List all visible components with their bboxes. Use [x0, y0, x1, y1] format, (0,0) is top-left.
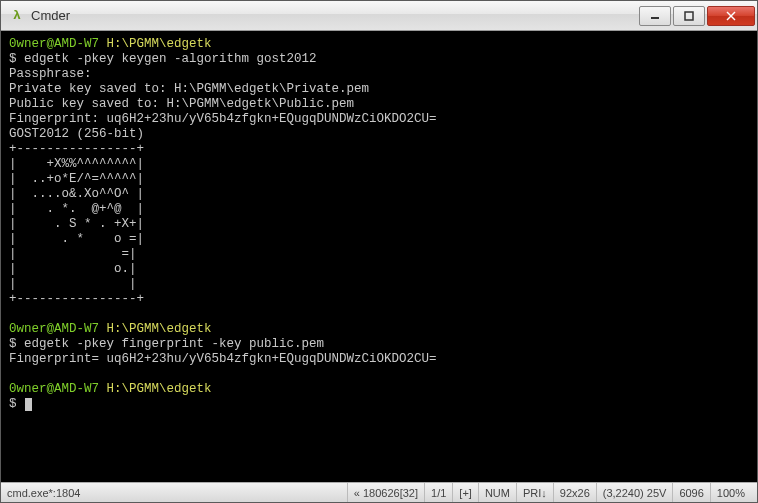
output-line: Passphrase: — [9, 67, 92, 81]
prompt-symbol: $ — [9, 52, 24, 66]
window-title: Cmder — [31, 8, 639, 23]
status-size: 92x26 — [553, 483, 596, 502]
status-seg[interactable]: « 180626[32] — [347, 483, 424, 502]
prompt-path: H:\PGMM\edgetk — [107, 382, 212, 396]
cursor — [25, 398, 32, 411]
maximize-button[interactable] — [673, 6, 705, 26]
close-button[interactable] — [707, 6, 755, 26]
status-seg[interactable]: 1/1 — [424, 483, 452, 502]
status-process[interactable]: cmd.exe*:1804 — [7, 487, 80, 499]
svg-rect-1 — [685, 12, 693, 20]
status-pos: (3,2240) 25V — [596, 483, 673, 502]
output-line: Fingerprint= uq6H2+23hu/yV65b4zfgkn+EQug… — [9, 352, 437, 366]
prompt-symbol: $ — [9, 337, 24, 351]
output-line: GOST2012 (256-bit) — [9, 127, 144, 141]
status-pri[interactable]: PRI↓ — [516, 483, 553, 502]
prompt-user: 0wner@AMD-W7 — [9, 382, 99, 396]
prompt-path: H:\PGMM\edgetk — [107, 322, 212, 336]
command-text: edgetk -pkey fingerprint -key public.pem — [24, 337, 324, 351]
status-mem: 6096 — [672, 483, 709, 502]
titlebar[interactable]: λ Cmder — [1, 1, 757, 31]
randomart: +----------------+ | +X%%^^^^^^^^| | ..+… — [9, 142, 144, 306]
prompt-symbol: $ — [9, 397, 24, 411]
status-zoom[interactable]: 100% — [710, 483, 751, 502]
minimize-button[interactable] — [639, 6, 671, 26]
statusbar: cmd.exe*:1804 « 180626[32] 1/1 [+] NUM P… — [1, 482, 757, 502]
app-window: λ Cmder 0wner@AMD-W7 H:\PGMM\edgetk $ ed… — [0, 0, 758, 503]
prompt-user: 0wner@AMD-W7 — [9, 37, 99, 51]
output-line: Public key saved to: H:\PGMM\edgetk\Publ… — [9, 97, 354, 111]
command-text: edgetk -pkey keygen -algorithm gost2012 — [24, 52, 317, 66]
output-line: Private key saved to: H:\PGMM\edgetk\Pri… — [9, 82, 369, 96]
status-num: NUM — [478, 483, 516, 502]
window-buttons — [639, 6, 755, 26]
prompt-path: H:\PGMM\edgetk — [107, 37, 212, 51]
terminal-area[interactable]: 0wner@AMD-W7 H:\PGMM\edgetk $ edgetk -pk… — [1, 31, 757, 482]
output-line: Fingerprint: uq6H2+23hu/yV65b4zfgkn+EQug… — [9, 112, 437, 126]
status-seg[interactable]: [+] — [452, 483, 478, 502]
app-icon: λ — [9, 8, 25, 24]
prompt-user: 0wner@AMD-W7 — [9, 322, 99, 336]
